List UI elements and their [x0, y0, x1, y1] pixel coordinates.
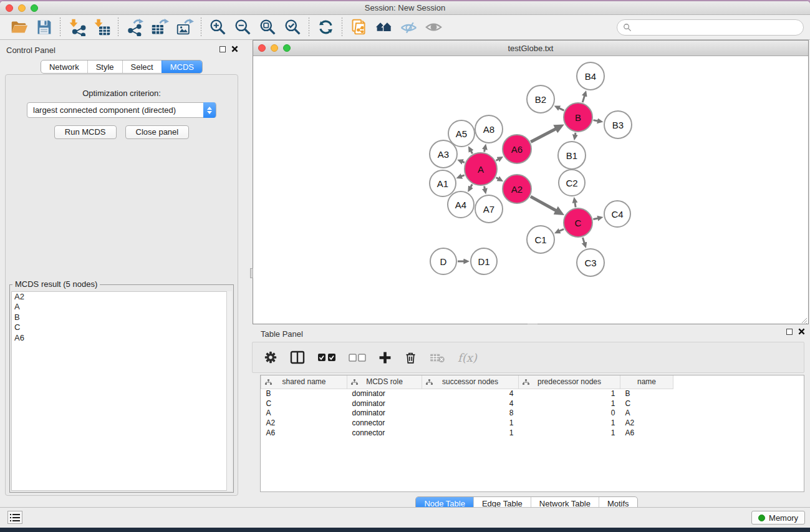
table-cell[interactable]: A6	[261, 428, 347, 438]
table-cell[interactable]: A	[620, 408, 673, 418]
save-session-button[interactable]	[31, 16, 56, 39]
table-cell[interactable]: B	[261, 389, 347, 399]
table-cell[interactable]: dominator	[347, 408, 422, 418]
zoom-out-button[interactable]	[230, 16, 255, 39]
result-item[interactable]: A6	[12, 333, 231, 343]
run-mcds-button[interactable]: Run MCDS	[54, 125, 117, 139]
graph-node-A5[interactable]: A5	[448, 120, 475, 147]
table-cell[interactable]: 1	[519, 399, 620, 409]
import-table-button[interactable]	[89, 16, 114, 39]
memory-button[interactable]: Memory	[751, 511, 805, 525]
table-cell[interactable]: 1	[519, 389, 620, 399]
show-all-button[interactable]	[421, 16, 446, 39]
delete-table-button[interactable]	[430, 352, 445, 363]
table-cell[interactable]: A6	[620, 428, 673, 438]
table-cell[interactable]: B	[620, 389, 673, 399]
network-window-titlebar[interactable]: testGlobe.txt	[253, 41, 808, 56]
result-scrollbar[interactable]	[226, 291, 232, 491]
show-column-panel-button[interactable]	[290, 350, 305, 365]
criterion-select[interactable]: largest connected component (directed)	[27, 102, 216, 118]
clone-network-button[interactable]	[346, 16, 371, 39]
column-header-successor-nodes[interactable]: successor nodes	[422, 375, 519, 389]
search-field[interactable]	[617, 19, 804, 36]
graph-node-C2[interactable]: C2	[558, 169, 586, 196]
unselect-all-columns-button[interactable]	[349, 354, 366, 362]
table-row[interactable]: A2connector11A2	[261, 418, 673, 428]
table-cell[interactable]: 4	[422, 389, 519, 399]
graph-node-A2[interactable]: A2	[502, 174, 532, 204]
table-row[interactable]: Cdominator41C	[261, 399, 673, 409]
graph-node-B4[interactable]: B4	[576, 62, 605, 90]
table-cell[interactable]: 0	[519, 408, 620, 418]
table-row[interactable]: Adominator80A	[261, 408, 673, 418]
table-cell[interactable]: 1	[519, 418, 620, 428]
create-column-button[interactable]	[378, 351, 392, 364]
close-panel-icon[interactable]	[231, 46, 238, 52]
tab-network[interactable]: Network	[41, 60, 87, 73]
table-cell[interactable]: 1	[422, 428, 519, 438]
table-cell[interactable]: 1	[422, 418, 519, 428]
search-input[interactable]	[635, 22, 798, 32]
export-table-button[interactable]	[147, 16, 172, 39]
graph-node-A6[interactable]: A6	[502, 134, 532, 164]
result-item[interactable]: C	[12, 322, 231, 332]
close-panel-button[interactable]: Close panel	[125, 125, 190, 139]
graph-node-D[interactable]: D	[430, 248, 457, 275]
column-header-predecessor-nodes[interactable]: predecessor nodes	[519, 375, 620, 389]
graph-node-C3[interactable]: C3	[576, 248, 605, 277]
column-header-shared-name[interactable]: shared name	[261, 375, 347, 389]
graph-node-C1[interactable]: C1	[526, 225, 555, 254]
refresh-button[interactable]	[313, 16, 338, 39]
export-image-button[interactable]	[172, 16, 197, 39]
zoom-selected-button[interactable]	[280, 16, 305, 39]
zoom-fit-button[interactable]	[255, 16, 280, 39]
select-all-columns-button[interactable]	[317, 353, 336, 362]
network-canvas[interactable]: AA1A2A3A4A5A6A7A8BB1B2B3B4CC1C2C3C4DD1	[253, 56, 808, 324]
table-cell[interactable]: A	[261, 408, 347, 418]
resize-grip-icon[interactable]	[799, 315, 808, 323]
graph-node-A4[interactable]: A4	[447, 191, 475, 218]
graph-node-A7[interactable]: A7	[475, 195, 503, 223]
hide-selected-button[interactable]	[396, 16, 421, 39]
first-neighbors-button[interactable]	[371, 16, 396, 39]
delete-column-button[interactable]	[404, 351, 417, 364]
result-item[interactable]: B	[12, 312, 231, 322]
zoom-in-button[interactable]	[205, 16, 230, 39]
graph-node-C[interactable]: C	[563, 208, 593, 238]
float-panel-icon[interactable]	[786, 329, 793, 335]
graph-node-B[interactable]: B	[563, 102, 593, 132]
table-cell[interactable]: connector	[347, 428, 422, 438]
table-cell[interactable]: dominator	[347, 389, 422, 399]
table-row[interactable]: A6connector11A6	[261, 428, 673, 438]
graph-node-A8[interactable]: A8	[475, 115, 503, 143]
table-cell[interactable]: C	[261, 399, 347, 409]
table-cell[interactable]: C	[620, 399, 673, 409]
table-cell[interactable]: A2	[261, 418, 347, 428]
tab-mcds[interactable]: MCDS	[162, 60, 202, 73]
import-network-button[interactable]	[64, 16, 89, 39]
table-cell[interactable]: A2	[620, 418, 673, 428]
result-item[interactable]: A2	[12, 292, 231, 302]
column-header-MCDS-role[interactable]: MCDS role	[347, 375, 422, 389]
column-header-name[interactable]: name	[620, 375, 673, 389]
graph-node-B3[interactable]: B3	[604, 110, 632, 139]
table-row[interactable]: Bdominator41B	[261, 389, 673, 399]
graph-node-A[interactable]: A	[464, 152, 498, 186]
close-panel-icon[interactable]	[798, 328, 805, 335]
graph-node-D1[interactable]: D1	[470, 248, 498, 275]
result-item[interactable]: A	[12, 302, 231, 312]
table-cell[interactable]: 4	[422, 399, 519, 409]
graph-node-B2[interactable]: B2	[526, 85, 555, 114]
task-history-button[interactable]	[7, 511, 22, 524]
table-cell[interactable]: connector	[347, 418, 422, 428]
table-cell[interactable]: 1	[519, 428, 620, 438]
graph-node-B1[interactable]: B1	[557, 141, 586, 170]
tab-style[interactable]: Style	[87, 60, 122, 73]
graph-node-C4[interactable]: C4	[604, 200, 631, 228]
table-cell[interactable]: 8	[422, 408, 519, 418]
open-session-button[interactable]	[6, 16, 31, 39]
tab-select[interactable]: Select	[122, 60, 162, 73]
export-network-button[interactable]	[122, 16, 147, 39]
table-settings-button[interactable]	[264, 351, 277, 364]
table-cell[interactable]: dominator	[347, 399, 422, 409]
